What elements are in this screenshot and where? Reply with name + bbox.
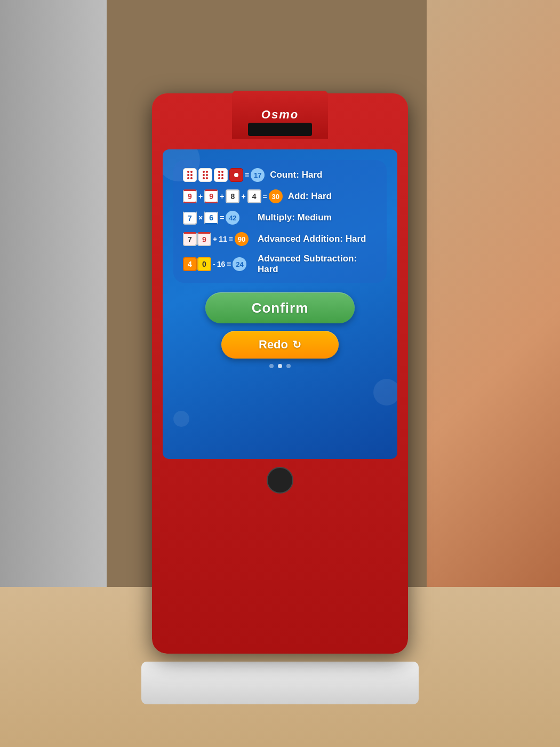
count-equals: = <box>245 171 249 179</box>
redo-label: Redo <box>259 338 288 352</box>
multiply-tile-7: 7 <box>183 211 197 225</box>
multiply-icons: 7 × 6 = 42 <box>183 211 252 225</box>
multiply-tile-6: 6 <box>204 211 218 225</box>
adv-sub-hard-label: Advanced Subtraction: Hard <box>258 253 377 275</box>
adv-add-tile-9: 9 <box>197 232 211 246</box>
bubble-3 <box>173 411 189 427</box>
multiply-result-badge: 42 <box>226 211 239 225</box>
add-tile-9b: 9 <box>204 189 218 203</box>
dice-1 <box>183 168 197 182</box>
osmo-brand-label: Osmo <box>261 108 299 122</box>
multiply-medium-label: Multiply: Medium <box>258 212 332 223</box>
list-item: 4 0 - 16 = 24 Advanced Subtraction: Hard <box>183 253 377 275</box>
adv-add-icons: 7 9 + 11 = 90 <box>183 232 252 246</box>
page-dot-3 <box>286 364 291 368</box>
adv-sub-minus: - <box>213 260 215 268</box>
confirm-button[interactable]: Confirm <box>205 292 355 323</box>
multiply-equals: = <box>220 213 224 222</box>
page-dot-2 <box>278 364 282 368</box>
count-hard-label: Count: Hard <box>270 170 322 180</box>
add-equals: = <box>263 192 267 201</box>
adv-sub-16: 16 <box>217 260 226 268</box>
adv-add-result-badge: 90 <box>235 232 249 246</box>
adv-add-plus: + <box>213 235 217 243</box>
add-tile-8: 8 <box>226 189 239 203</box>
multiply-symbol: × <box>198 213 203 222</box>
tablet-dock <box>141 662 419 704</box>
add-hard-label: Add: Hard <box>288 191 332 202</box>
list-item: 7 × 6 = 42 Multiply: Medium <box>183 211 377 225</box>
redo-icon: ↻ <box>292 338 301 351</box>
count-result-badge: 17 <box>251 168 265 182</box>
dice-3 <box>214 168 228 182</box>
osmo-mirror <box>248 123 312 136</box>
add-tile-9a: 9 <box>183 189 197 203</box>
add-tile-4: 4 <box>247 189 261 203</box>
adv-add-tile-7: 7 <box>183 232 197 246</box>
list-item: 9 + 9 + 8 + 4 = 30 Add: Hard <box>183 189 377 203</box>
add-icons: 9 + 9 + 8 + 4 = 30 <box>183 189 283 203</box>
adv-sub-icons: 4 0 - 16 = 24 <box>183 257 252 271</box>
dice-4 <box>229 168 243 182</box>
list-item: = 17 Count: Hard <box>183 168 377 182</box>
bubble-2 <box>373 379 397 406</box>
add-result-badge: 30 <box>269 189 283 203</box>
adv-sub-result-badge: 24 <box>233 257 246 271</box>
page-dots <box>269 364 291 368</box>
add-plus-1: + <box>198 192 203 201</box>
adv-sub-equals: = <box>227 260 231 268</box>
tablet-case: Osmo <box>152 93 408 654</box>
modes-card: = 17 Count: Hard 9 + 9 + 8 + 4 = 30 <box>173 160 387 283</box>
osmo-attachment: Osmo <box>232 91 328 139</box>
home-button[interactable] <box>267 467 293 494</box>
adv-sub-tile-0: 0 <box>197 257 211 271</box>
dice-2 <box>198 168 212 182</box>
adv-add-11: 11 <box>219 235 227 243</box>
adv-sub-tile-4: 4 <box>183 257 197 271</box>
adv-add-hard-label: Advanced Addition: Hard <box>258 234 366 244</box>
list-item: 7 9 + 11 = 90 Advanced Addition: Hard <box>183 232 377 246</box>
add-plus-3: + <box>241 192 245 201</box>
page-dot-1 <box>269 364 274 368</box>
count-icons: = 17 <box>183 168 265 182</box>
add-plus-2: + <box>220 192 224 201</box>
redo-button[interactable]: Redo ↻ <box>221 331 339 359</box>
tablet-screen: = 17 Count: Hard 9 + 9 + 8 + 4 = 30 <box>163 149 397 459</box>
adv-add-equals: = <box>229 235 233 243</box>
